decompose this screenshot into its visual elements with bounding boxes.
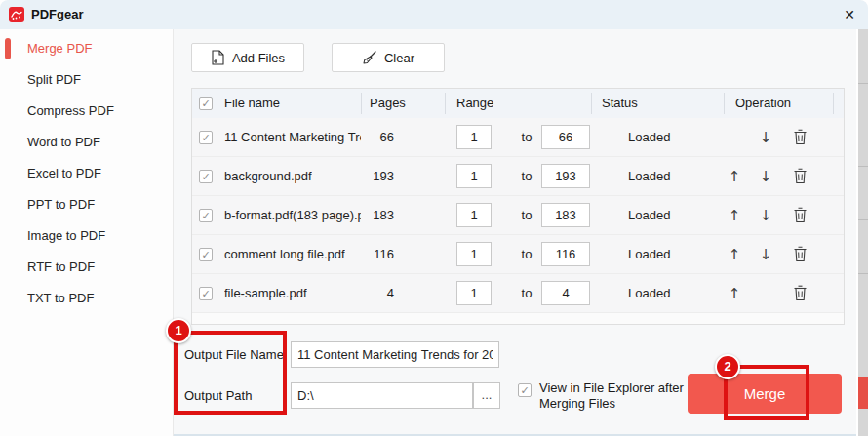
add-files-label: Add Files — [232, 51, 285, 65]
table-header: ✓ File name Pages Range Status Operation — [192, 89, 844, 118]
column-divider — [724, 93, 725, 114]
table-row: ✓ background.pdf 193 to Loaded ↑ ↓ — [192, 157, 844, 196]
sidebar-item-label: Excel to PDF — [27, 166, 101, 180]
row-checkbox[interactable]: ✓ — [199, 170, 213, 183]
title-bar: PDFgear ✕ — [0, 0, 868, 29]
annotation-step-1-badge: 1 — [166, 318, 191, 343]
sidebar-item-label: Merge PDF — [27, 41, 92, 56]
move-down-button[interactable]: ↓ — [755, 196, 776, 235]
close-icon[interactable]: ✕ — [835, 0, 864, 29]
sidebar: Merge PDF Split PDF Compress PDF Word to… — [0, 29, 174, 436]
sidebar-item[interactable]: Compress PDF — [0, 96, 173, 127]
range-from-input[interactable] — [456, 164, 492, 188]
add-file-icon — [211, 50, 225, 65]
range-to-separator: to — [517, 235, 536, 274]
background-merge-button-sliver — [858, 377, 868, 409]
pdfgear-window: PDFgear ✕ Merge PDF Split PDF Compress P… — [0, 0, 868, 436]
range-to-separator: to — [517, 274, 536, 313]
column-header-pages: Pages — [370, 89, 406, 118]
sidebar-item[interactable]: Excel to PDF — [0, 158, 173, 189]
output-file-name-input[interactable] — [291, 341, 499, 368]
select-all-checkbox[interactable]: ✓ — [199, 97, 213, 110]
range-to-input[interactable] — [541, 125, 590, 149]
move-up-button[interactable]: ↑ — [724, 196, 745, 235]
table-row: ✓ comment long file.pdf 116 to Loaded ↑ … — [192, 235, 844, 274]
column-divider — [591, 93, 592, 114]
clear-button[interactable]: Clear — [332, 43, 445, 72]
delete-button[interactable] — [789, 285, 810, 302]
sidebar-item-label: RTF to PDF — [27, 259, 95, 274]
move-up-button[interactable]: ↑ — [724, 235, 745, 274]
pages-cell: 66 — [338, 118, 394, 157]
sidebar-item[interactable]: PPT to PDF — [0, 189, 173, 220]
status-cell: Loaded — [628, 196, 670, 235]
move-down-button[interactable]: ↓ — [755, 118, 776, 157]
range-to-separator: to — [517, 118, 536, 157]
column-divider — [361, 93, 362, 114]
delete-button[interactable] — [789, 168, 810, 185]
move-up-button[interactable]: ↑ — [724, 274, 745, 313]
column-divider — [833, 93, 834, 114]
add-files-button[interactable]: Add Files — [191, 43, 304, 72]
range-to-separator: to — [517, 196, 536, 235]
browse-path-button[interactable]: ... — [473, 382, 500, 409]
row-checkbox[interactable]: ✓ — [199, 248, 213, 261]
output-path-input[interactable] — [291, 382, 473, 409]
table-row: ✓ file-sample.pdf 4 to Loaded ↑ ↓ — [192, 274, 844, 313]
row-checkbox[interactable]: ✓ — [199, 131, 213, 144]
view-in-explorer-checkbox[interactable]: ✓ — [518, 383, 532, 397]
status-cell: Loaded — [628, 118, 670, 157]
range-to-input[interactable] — [541, 164, 590, 188]
column-header-operation: Operation — [735, 89, 791, 118]
broom-icon — [362, 50, 377, 65]
sidebar-item-label: PPT to PDF — [27, 197, 95, 212]
sidebar-item[interactable]: RTF to PDF — [0, 252, 173, 283]
pdfgear-logo-icon — [9, 7, 24, 22]
file-name-cell: file-sample.pdf — [224, 274, 307, 313]
delete-button[interactable] — [789, 129, 810, 146]
delete-button[interactable] — [789, 207, 810, 224]
background-window-sliver — [856, 29, 868, 436]
sidebar-item[interactable]: TXT to PDF — [0, 283, 173, 314]
range-from-input[interactable] — [456, 281, 492, 305]
column-header-status: Status — [602, 89, 638, 118]
file-name-cell: comment long file.pdf — [224, 235, 345, 274]
sidebar-item[interactable]: Split PDF — [0, 64, 173, 96]
range-from-input[interactable] — [456, 242, 492, 266]
column-divider — [445, 93, 446, 114]
sidebar-item-label: Split PDF — [27, 72, 81, 87]
sidebar-item[interactable]: Word to PDF — [0, 127, 173, 158]
sidebar-item-label: TXT to PDF — [27, 291, 94, 305]
file-name-cell: background.pdf — [224, 157, 312, 196]
delete-button[interactable] — [789, 246, 810, 263]
range-to-input[interactable] — [541, 242, 590, 266]
pages-cell: 193 — [338, 157, 394, 196]
status-cell: Loaded — [628, 274, 670, 313]
range-to-input[interactable] — [541, 203, 590, 227]
sidebar-item-label: Image to PDF — [27, 228, 105, 243]
app-title: PDFgear — [31, 0, 83, 29]
view-label-line2: Merging Files — [539, 396, 684, 412]
row-checkbox[interactable]: ✓ — [199, 287, 213, 300]
column-header-range: Range — [456, 89, 493, 118]
active-indicator — [5, 38, 11, 59]
view-label-line1: View in File Explorer after — [539, 380, 684, 396]
clear-label: Clear — [384, 51, 414, 65]
range-from-input[interactable] — [456, 203, 492, 227]
row-checkbox[interactable]: ✓ — [199, 209, 213, 222]
table-body: ✓ 11 Content Marketing Tre 66 to Loaded … — [192, 118, 844, 313]
column-header-file-name: File name — [224, 89, 280, 118]
move-up-button[interactable]: ↑ — [724, 157, 745, 196]
move-down-button[interactable]: ↓ — [755, 235, 776, 274]
sidebar-item[interactable]: Merge PDF — [0, 33, 173, 64]
table-row: ✓ 11 Content Marketing Tre 66 to Loaded … — [192, 118, 844, 157]
annotation-rectangle-1 — [174, 331, 287, 415]
sidebar-item[interactable]: Image to PDF — [0, 220, 173, 252]
pages-cell: 116 — [338, 235, 394, 274]
view-in-explorer-label: View in File Explorer after Merging File… — [539, 380, 684, 412]
range-from-input[interactable] — [456, 125, 492, 149]
sidebar-item-label: Word to PDF — [27, 135, 100, 149]
move-down-button[interactable]: ↓ — [755, 157, 776, 196]
file-table: ✓ File name Pages Range Status Operation… — [191, 88, 845, 325]
range-to-input[interactable] — [541, 281, 590, 305]
